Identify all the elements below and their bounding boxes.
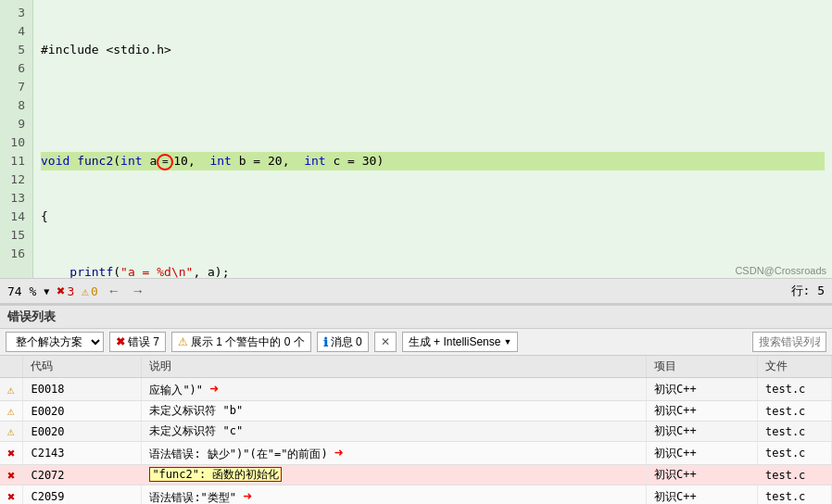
error-panel: 错误列表 整个解决方案 ✖ 错误 7 ⚠ 展示 1 个警告中的 0 个 ℹ 消息… <box>0 304 832 504</box>
row-code: C2059 <box>23 485 142 505</box>
error-panel-title: 错误列表 <box>0 306 832 329</box>
warning-triangle-icon: ⚠ <box>178 335 188 348</box>
warning-badge: ⚠ 0 <box>82 284 98 298</box>
row-icon: ✖ <box>0 465 23 485</box>
warning-icon: ⚠ <box>7 424 15 438</box>
arrow-icon: ➜ <box>334 444 344 461</box>
row-file: test.c <box>758 465 832 485</box>
row-icon: ⚠ <box>0 422 23 442</box>
filter-error-label: 错误 7 <box>128 334 159 350</box>
filter-info-label: 消息 0 <box>331 334 362 350</box>
error-count: 3 <box>67 284 74 298</box>
code-line-3: #include <stdio.h> <box>41 41 825 59</box>
error-icon: ✖ <box>7 489 15 504</box>
exclude-icon: ✕ <box>381 335 390 348</box>
editor-area: 3 4 5 6 7 8 9 10 11 12 13 14 15 16 #incl… <box>0 0 832 278</box>
table-row[interactable]: ⚠E0020未定义标识符 "b"初识C++test.c <box>0 401 832 422</box>
row-code: C2143 <box>23 442 142 465</box>
nav-back-button[interactable]: ← <box>106 284 122 298</box>
zoom-level: 74 % <box>7 284 36 298</box>
build-button[interactable]: 生成 + IntelliSense ▼ <box>402 332 519 352</box>
error-x-icon: ✖ <box>116 335 125 348</box>
row-project: 初识C++ <box>647 465 758 485</box>
table-row[interactable]: ✖C2059语法错误:"类型" ➜初识C++test.c <box>0 485 832 505</box>
solution-select[interactable]: 整个解决方案 <box>6 332 104 352</box>
arrow-icon: ➜ <box>209 380 219 397</box>
info-icon: ℹ <box>323 335 328 349</box>
col-desc: 说明 <box>142 356 647 378</box>
row-project: 初识C++ <box>647 422 758 442</box>
row-file: test.c <box>758 422 832 442</box>
row-file: test.c <box>758 401 832 422</box>
filter-warning-label: 展示 1 个警告中的 0 个 <box>191 334 305 350</box>
code-line-4 <box>41 96 825 115</box>
code-content[interactable]: #include <stdio.h> void func2(int a=10, … <box>33 0 832 278</box>
row-project: 初识C++ <box>647 378 758 401</box>
row-desc: 语法错误:"类型" ➜ <box>142 485 647 505</box>
table-row[interactable]: ⚠E0018应输入")" ➜初识C++test.c <box>0 378 832 401</box>
row-project: 初识C++ <box>647 485 758 505</box>
row-icon: ⚠ <box>0 378 23 401</box>
line-info: 行: 5 <box>791 283 825 299</box>
table-row[interactable]: ✖C2143语法错误: 缺少")"(在"="的前面) ➜初识C++test.c <box>0 442 832 465</box>
row-icon: ✖ <box>0 442 23 465</box>
filter-error-button[interactable]: ✖ 错误 7 <box>109 332 166 352</box>
arrow-icon: ➜ <box>243 487 252 504</box>
row-code: E0020 <box>23 401 142 422</box>
row-desc: 未定义标识符 "b" <box>142 401 647 422</box>
warning-icon: ⚠ <box>7 383 15 397</box>
line-numbers: 3 4 5 6 7 8 9 10 11 12 13 14 15 16 <box>0 0 33 278</box>
row-desc: "func2": 函数的初始化 <box>142 465 647 485</box>
code-line-5: void func2(int a=10, int b = 20, int c =… <box>41 152 825 170</box>
error-toolbar: 整个解决方案 ✖ 错误 7 ⚠ 展示 1 个警告中的 0 个 ℹ 消息 0 ✕ … <box>0 329 832 356</box>
warning-count: 0 <box>91 284 98 298</box>
row-desc: 应输入")" ➜ <box>142 378 647 401</box>
row-project: 初识C++ <box>647 442 758 465</box>
table-row[interactable]: ✖C2072"func2": 函数的初始化初识C++test.c <box>0 465 832 485</box>
error-x-icon: ✖ <box>57 283 65 299</box>
nav-forward-button[interactable]: → <box>130 284 146 298</box>
filter-warning-button[interactable]: ⚠ 展示 1 个警告中的 0 个 <box>171 332 311 352</box>
warning-icon: ⚠ <box>7 404 15 418</box>
row-code: C2072 <box>23 465 142 485</box>
row-icon: ✖ <box>0 485 23 505</box>
error-icon: ✖ <box>7 446 15 460</box>
exclude-button[interactable]: ✕ <box>374 332 397 352</box>
col-code: 代码 <box>23 356 142 378</box>
row-project: 初识C++ <box>647 401 758 422</box>
zoom-dropdown-icon[interactable]: ▼ <box>44 286 49 296</box>
error-table: 代码 说明 项目 文件 ⚠E0018应输入")" ➜初识C++test.c⚠E0… <box>0 356 832 504</box>
warning-icon: ⚠ <box>82 284 89 298</box>
row-desc: 未定义标识符 "c" <box>142 422 647 442</box>
col-project: 项目 <box>647 356 758 378</box>
error-search-input[interactable] <box>752 332 826 352</box>
row-code: E0020 <box>23 422 142 442</box>
filter-info-button[interactable]: ℹ 消息 0 <box>317 332 369 352</box>
status-bar: 74 % ▼ ✖ 3 ⚠ 0 ← → 行: 5 <box>0 278 832 304</box>
watermark: CSDN@Crossroads <box>735 265 826 276</box>
build-dropdown-icon: ▼ <box>503 337 511 346</box>
row-file: test.c <box>758 378 832 401</box>
row-code: E0018 <box>23 378 142 401</box>
table-row[interactable]: ⚠E0020未定义标识符 "c"初识C++test.c <box>0 422 832 442</box>
build-label: 生成 + IntelliSense <box>409 334 501 350</box>
row-file: test.c <box>758 485 832 505</box>
row-file: test.c <box>758 442 832 465</box>
code-line-6: { <box>41 208 825 226</box>
error-icon: ✖ <box>7 468 15 483</box>
row-icon: ⚠ <box>0 401 23 422</box>
col-file: 文件 <box>758 356 832 378</box>
col-icon <box>0 356 23 378</box>
code-line-7: printf("a = %d\n", a); <box>41 263 825 278</box>
row-desc: 语法错误: 缺少")"(在"="的前面) ➜ <box>142 442 647 465</box>
error-badge: ✖ 3 <box>57 283 74 299</box>
